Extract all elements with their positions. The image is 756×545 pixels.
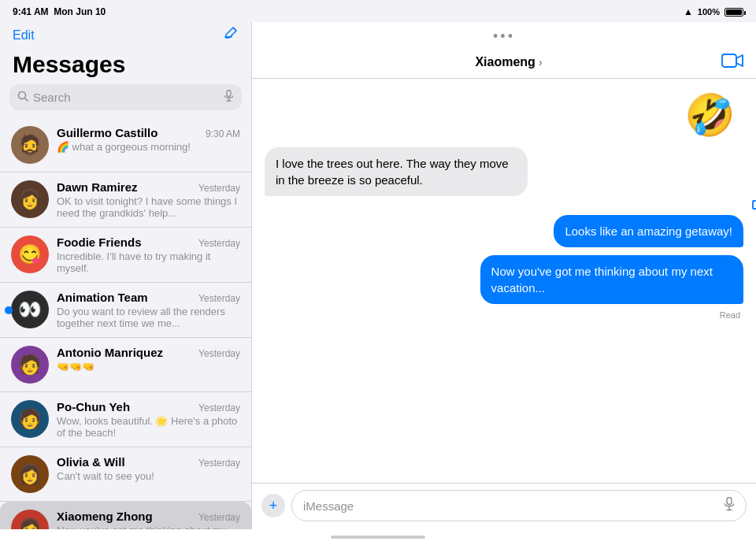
- conversation-name: Dawn Ramirez: [57, 180, 138, 194]
- edit-button[interactable]: Edit: [13, 28, 35, 43]
- avatar: 🧔: [11, 126, 49, 164]
- search-bar[interactable]: Search: [9, 84, 242, 110]
- message-row: Looks like an amazing getaway!: [265, 215, 743, 247]
- conversation-preview: Now you've got me thinking about my next…: [57, 525, 240, 529]
- message-input[interactable]: iMessage: [291, 490, 747, 521]
- message-row: I love the trees out here. The way they …: [265, 147, 743, 196]
- search-input[interactable]: Search: [33, 91, 219, 104]
- conversation-top: Po-Chun Yeh Yesterday: [57, 400, 240, 413]
- top-dots: •••: [252, 22, 756, 48]
- read-label: Read: [720, 310, 740, 320]
- conversation-name: Animation Team: [57, 291, 148, 304]
- conversation-name: Guillermo Castillo: [57, 126, 158, 139]
- conversation-item[interactable]: 🧔 Guillermo Castillo 9:30 AM 🌈 what a go…: [0, 118, 251, 172]
- conversation-list: 🧔 Guillermo Castillo 9:30 AM 🌈 what a go…: [0, 118, 251, 529]
- avatar: 😋: [11, 235, 49, 273]
- conversation-time: Yesterday: [198, 238, 240, 249]
- conversation-name: Xiaomeng Zhong: [57, 510, 153, 523]
- sidebar: Edit Messages Search: [0, 22, 252, 529]
- conversation-time: 9:30 AM: [206, 128, 240, 139]
- conversation-top: Foodie Friends Yesterday: [57, 235, 240, 249]
- conversation-item[interactable]: 😋 Foodie Friends Yesterday Incredible. I…: [0, 228, 251, 283]
- search-mic-icon[interactable]: [224, 90, 234, 105]
- status-right: ▲ 100%: [684, 6, 743, 17]
- emoji-reaction: 🤣: [684, 91, 736, 139]
- conversation-time: Yesterday: [198, 183, 240, 194]
- conversation-item[interactable]: 👩 Olivia & Will Yesterday Can't wait to …: [0, 447, 251, 502]
- conversation-content: Antonio Manriquez Yesterday 🤜🤜🤜: [57, 346, 240, 373]
- conversation-name: Antonio Manriquez: [57, 346, 163, 359]
- mic-icon[interactable]: [724, 497, 735, 514]
- chat-header-center[interactable]: Xiaomeng ›: [475, 55, 542, 69]
- avatar: 👩: [11, 455, 49, 493]
- conversation-item[interactable]: 👀 Animation Team Yesterday Do you want t…: [0, 283, 251, 338]
- share-button[interactable]: [751, 193, 756, 215]
- conversation-name: Olivia & Will: [57, 455, 125, 469]
- conversation-top: Olivia & Will Yesterday: [57, 455, 240, 469]
- conversation-content: Animation Team Yesterday Do you want to …: [57, 291, 240, 329]
- conversation-preview: Can't wait to see you!: [57, 470, 240, 482]
- avatar: 👩: [11, 180, 49, 218]
- chat-panel: ••• Xiaomeng › 🤣 I love the trees out he…: [252, 22, 756, 529]
- sidebar-header: Edit: [0, 22, 251, 51]
- conversation-preview: OK to visit tonight? I have some things …: [57, 195, 240, 219]
- conversation-top: Antonio Manriquez Yesterday: [57, 346, 240, 359]
- wifi-icon: ▲: [684, 6, 693, 17]
- svg-line-2: [25, 98, 28, 102]
- battery-icon: [724, 8, 743, 17]
- home-indicator: [0, 529, 756, 545]
- conversation-top: Xiaomeng Zhong Yesterday: [57, 510, 240, 523]
- conversation-item[interactable]: 🧑 Po-Chun Yeh Yesterday Wow, looks beaut…: [0, 392, 251, 447]
- conversation-preview: Wow, looks beautiful. 🌟 Here's a photo o…: [57, 415, 240, 439]
- conversation-preview: 🤜🤜🤜: [57, 361, 240, 373]
- avatar: 🧑: [11, 400, 49, 438]
- conversation-content: Dawn Ramirez Yesterday OK to visit tonig…: [57, 180, 240, 219]
- svg-rect-21: [727, 498, 732, 505]
- compose-button[interactable]: [223, 25, 239, 45]
- video-call-button[interactable]: [721, 53, 743, 72]
- avatar: 🧑: [11, 346, 49, 384]
- conversation-top: Animation Team Yesterday: [57, 291, 240, 304]
- chevron-right-icon: ›: [539, 56, 543, 69]
- conversation-top: Guillermo Castillo 9:30 AM: [57, 126, 240, 139]
- conversation-name: Foodie Friends: [57, 235, 142, 249]
- status-bar: 9:41 AM Mon Jun 10 ▲ 100%: [0, 0, 756, 22]
- conversation-name: Po-Chun Yeh: [57, 400, 130, 413]
- search-icon: [17, 91, 28, 104]
- conversation-item[interactable]: 🧑 Antonio Manriquez Yesterday 🤜🤜🤜: [0, 338, 251, 392]
- conversation-content: Guillermo Castillo 9:30 AM 🌈 what a gorg…: [57, 126, 240, 153]
- conversation-preview: 🌈 what a gorgeous morning!: [57, 141, 240, 153]
- conversation-time: Yesterday: [198, 348, 240, 359]
- conversation-preview: Do you want to review all the renders to…: [57, 306, 240, 329]
- contact-name: Xiaomeng: [475, 55, 535, 69]
- input-bar: + iMessage: [252, 483, 756, 529]
- conversation-item[interactable]: 👩 Xiaomeng Zhong Yesterday Now you've go…: [0, 502, 251, 529]
- conversation-time: Yesterday: [198, 458, 240, 469]
- status-time: 9:41 AM Mon Jun 10: [13, 6, 106, 17]
- add-attachment-button[interactable]: +: [261, 494, 285, 517]
- conversation-top: Dawn Ramirez Yesterday: [57, 180, 240, 194]
- conversation-content: Po-Chun Yeh Yesterday Wow, looks beautif…: [57, 400, 240, 439]
- message-bubble: Looks like an amazing getaway!: [554, 215, 743, 247]
- conversation-content: Foodie Friends Yesterday Incredible. I'l…: [57, 235, 240, 274]
- conversation-item[interactable]: 👩 Dawn Ramirez Yesterday OK to visit ton…: [0, 172, 251, 228]
- battery-percent: 100%: [698, 7, 720, 17]
- svg-rect-6: [722, 54, 736, 67]
- message-row: Now you've got me thinking about my next…: [265, 255, 743, 304]
- conversation-content: Xiaomeng Zhong Yesterday Now you've got …: [57, 510, 240, 529]
- conversation-time: Yesterday: [198, 293, 240, 304]
- conversation-time: Yesterday: [198, 512, 240, 523]
- conversation-time: Yesterday: [198, 402, 240, 413]
- message-bubble: Now you've got me thinking about my next…: [480, 255, 743, 304]
- app-container: Edit Messages Search: [0, 22, 756, 529]
- svg-rect-3: [227, 91, 231, 97]
- conversation-content: Olivia & Will Yesterday Can't wait to se…: [57, 455, 240, 482]
- home-bar: [331, 536, 425, 539]
- avatar: 👩: [11, 510, 49, 529]
- unread-dot: [5, 306, 13, 314]
- message-bubble: I love the trees out here. The way they …: [265, 147, 528, 196]
- sidebar-title: Messages: [0, 51, 251, 84]
- messages-area: 🤣 I love the trees out here. The way the…: [252, 79, 756, 483]
- chat-header: Xiaomeng ›: [252, 48, 756, 79]
- avatar: 👀: [11, 291, 49, 328]
